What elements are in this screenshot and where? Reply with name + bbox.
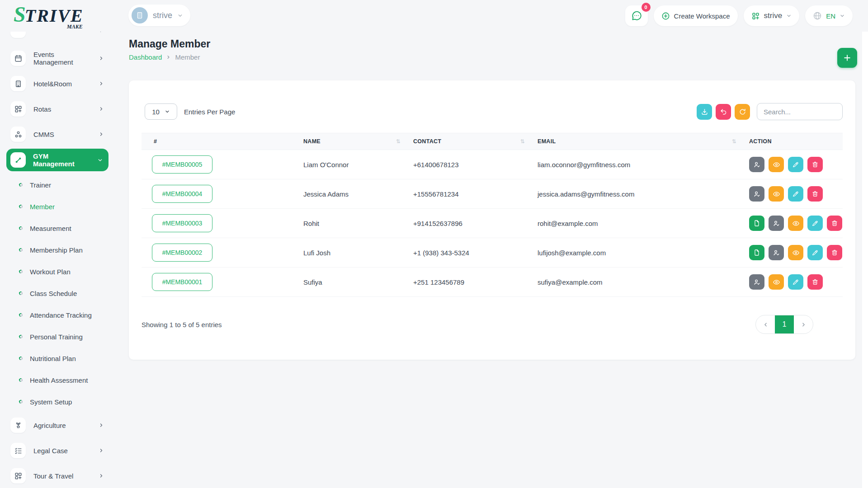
member-name: Liam O'Connor [303,161,413,169]
assign-trainer-button[interactable] [749,157,764,172]
view-button[interactable] [788,245,803,260]
column-header-id[interactable]: # [142,138,303,145]
workspace-selector[interactable]: strive [128,5,190,26]
member-name: Lufi Josh [303,249,413,257]
user-check-icon [753,161,761,169]
sidebar-subitem-trainer[interactable]: Trainer [0,174,118,196]
next-page-button[interactable] [794,315,813,333]
breadcrumb-dashboard-link[interactable]: Dashboard [129,53,162,61]
document-button[interactable] [749,245,764,260]
view-button[interactable] [769,157,784,172]
sidebar-item-label: Legal Case [33,447,91,455]
language-selector[interactable]: EN [805,5,853,26]
app-logo[interactable]: STRIVE MAKE [14,4,84,30]
previous-page-button[interactable] [756,315,775,333]
member-id-chip[interactable]: #MEMB00004 [152,185,212,203]
scrollbar[interactable] [862,32,868,488]
export-button[interactable] [697,104,712,120]
assign-trainer-button[interactable] [749,274,764,290]
current-page-button[interactable]: 1 [775,315,794,333]
undo-button[interactable] [716,104,731,120]
member-id-chip[interactable]: #MEMB00001 [152,273,212,291]
sidebar-nav: Events Management Hotel&Room Rotas CMMS … [0,32,118,488]
delete-button[interactable] [827,216,842,231]
sidebar-subitem-member[interactable]: Member [0,196,118,217]
subitem-bullet-icon [19,204,24,209]
edit-button[interactable] [788,157,803,172]
chevron-down-icon [165,109,170,114]
sort-icon[interactable]: ⇅ [520,138,525,145]
assign-trainer-button[interactable] [769,216,784,231]
sidebar-item-rotas[interactable]: Rotas [0,96,118,122]
member-id-chip[interactable]: #MEMB00002 [152,244,212,262]
sidebar-item-events-management[interactable]: Events Management [0,46,118,71]
sort-icon[interactable]: ⇅ [732,138,736,145]
sidebar-item-gym-management[interactable]: GYM Management [6,149,108,171]
delete-button[interactable] [827,245,842,260]
member-email: jessica.adams@gymfitness.com [538,190,749,198]
assign-trainer-button[interactable] [769,245,784,260]
delete-button[interactable] [807,186,823,202]
sort-icon[interactable]: ⇅ [396,138,401,145]
workspace-avatar [132,7,148,23]
sidebar-subitem-nutritional-plan[interactable]: Nutritional Plan [0,347,118,369]
member-contact: +251 123456789 [413,278,538,286]
grid-plus-icon [10,101,26,117]
trash-icon [831,220,838,227]
refresh-button[interactable] [735,104,750,120]
edit-button[interactable] [788,274,803,290]
member-id-chip[interactable]: #MEMB00003 [152,214,212,232]
chevron-right-icon [99,448,104,453]
sidebar-subitem-membership-plan[interactable]: Membership Plan [0,239,118,261]
sidebar-subitem-system-setup[interactable]: System Setup [0,391,118,413]
sidebar-item-legal-case[interactable]: Legal Case [0,438,118,463]
subitem-bullet-icon [19,378,24,383]
sidebar-subitem-class-schedule[interactable]: Class Schedule [0,282,118,304]
chat-button[interactable]: 0 [625,5,648,26]
sidebar-item-partial[interactable] [0,32,118,38]
sidebar-subitem-measurement[interactable]: Measurement [0,217,118,239]
sidebar-subitem-personal-training[interactable]: Personal Training [0,326,118,347]
view-button[interactable] [788,216,803,231]
view-button[interactable] [769,186,784,202]
user-check-icon [753,190,761,198]
edit-button[interactable] [807,216,823,231]
assign-trainer-button[interactable] [749,186,764,202]
column-header-email[interactable]: EMAIL⇅ [538,138,749,145]
chevron-left-icon [763,322,769,328]
search-input[interactable] [757,103,843,120]
sidebar-item-agriculture[interactable]: Agriculture [0,413,118,438]
org-selector[interactable]: strive [744,5,800,26]
chevron-right-icon [801,322,807,328]
grid-plus-icon [751,12,760,20]
document-button[interactable] [749,216,764,231]
create-workspace-button[interactable]: Create Workspace [654,5,738,26]
member-contact: +914152637896 [413,220,538,227]
sidebar-item-cmms[interactable]: CMMS [0,122,118,147]
undo-arrow-icon [720,108,727,116]
building-icon [136,11,144,19]
edit-button[interactable] [788,186,803,202]
chevron-right-icon [166,55,171,60]
column-header-name[interactable]: NAME⇅ [303,138,413,145]
chat-badge: 0 [642,3,651,12]
sidebar-subitem-health-assessment[interactable]: Health Assessment [0,369,118,391]
member-name: Sufiya [303,278,413,286]
edit-button[interactable] [807,245,823,260]
add-member-button[interactable] [837,48,857,68]
sidebar-item-tour-travel[interactable]: Tour & Travel [0,463,118,488]
sidebar-item-hotel-room[interactable]: Hotel&Room [0,71,118,96]
entries-per-page-select[interactable]: 10 [145,103,177,120]
gym-submenu: Trainer Member Measurement Membership Pl… [0,174,118,413]
column-header-contact[interactable]: CONTACT⇅ [413,138,538,145]
delete-button[interactable] [807,274,823,290]
view-button[interactable] [769,274,784,290]
member-id-chip[interactable]: #MEMB00005 [152,155,212,174]
delete-button[interactable] [807,157,823,172]
page-title: Manage Member [129,38,210,50]
sidebar-item-label: CMMS [33,131,91,138]
row-actions [749,157,843,172]
header-actions: 0 Create Workspace strive EN [625,5,853,26]
sidebar-subitem-attendance-tracking[interactable]: Attendance Tracking [0,304,118,326]
sidebar-subitem-workout-plan[interactable]: Workout Plan [0,261,118,282]
